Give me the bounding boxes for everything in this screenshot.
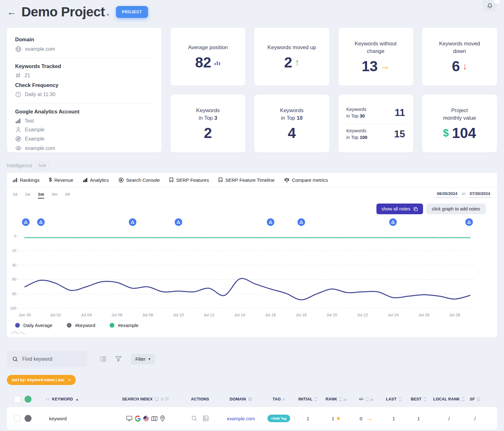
stat-card-average-position: Average position 82 (170, 28, 245, 86)
rank-line-chart[interactable]: 020406080100Jun 30Jul 02Jul 04Jul 06Jul … (7, 216, 476, 320)
column-best[interactable]: BEST (406, 397, 431, 401)
keyword-table-row[interactable]: keyword (7, 407, 497, 430)
project-dropdown-caret-icon[interactable]: ▾ (107, 12, 109, 18)
page-title: Demo Project (21, 4, 105, 20)
bar-chart-icon (343, 397, 347, 401)
sort-icon (398, 397, 402, 401)
bookmark-icon (477, 397, 480, 401)
screenshot-icon[interactable] (203, 415, 209, 422)
bell-notch (494, 0, 500, 4)
date-to-input[interactable]: 07/30/2024 (468, 191, 491, 198)
row-initial: 1 (295, 416, 321, 421)
stat-value: 4 (288, 126, 296, 140)
tab-compare-metrics[interactable]: Compare metrics (284, 177, 328, 183)
chart-overview-sparkline[interactable] (10, 330, 33, 335)
row-change: 0 (360, 416, 362, 421)
range-1w[interactable]: 1w (25, 192, 30, 198)
bookmark-icon (169, 177, 174, 182)
dollar-icon: $ (443, 128, 449, 138)
desktop-icon (126, 416, 133, 421)
tab-analytics[interactable]: Analytics (83, 177, 109, 183)
legend-daily-average[interactable]: Daily Average (15, 323, 52, 328)
collapse-columns-icon[interactable] (45, 397, 49, 401)
status-dot-all[interactable] (25, 396, 32, 403)
click-graph-add-notes-button[interactable]: click graph to add notes (426, 204, 486, 214)
column-search-index[interactable]: SEARCH INDEX (110, 397, 181, 401)
range-all[interactable]: All (65, 192, 70, 198)
up-arrow-icon: ↑ (295, 58, 300, 67)
keyword-name[interactable]: keyword (38, 416, 110, 421)
legend-example-tag[interactable]: #example (110, 323, 138, 328)
svg-text:Jul 10: Jul 10 (173, 313, 184, 317)
note-marker[interactable] (37, 218, 45, 226)
date-from-input[interactable]: 06/30/2024 (436, 191, 459, 198)
filter-button[interactable]: Filter▾ (131, 354, 155, 365)
row-status-dot[interactable] (25, 415, 32, 422)
row-checkbox[interactable] (14, 415, 21, 422)
row-sf: / (467, 416, 483, 421)
right-arrow-icon: → (366, 415, 373, 422)
filter-funnel-icon[interactable] (115, 355, 122, 363)
location-pin-icon (160, 415, 165, 422)
notes-buttons: show all notes click graph to add notes (13, 198, 491, 214)
tab-search-console[interactable]: Search Console (118, 177, 160, 183)
tab-rankings[interactable]: Rankings (13, 177, 40, 183)
project-badge-button[interactable]: PROJECT (116, 6, 148, 18)
legend-keyword-tag[interactable]: #keyword (67, 323, 95, 328)
show-all-notes-button[interactable]: show all notes (376, 204, 423, 214)
note-marker[interactable] (175, 218, 182, 226)
sort-pill[interactable]: sort by: keyword name | asc × (7, 375, 76, 385)
notifications-button[interactable] (483, 0, 497, 11)
view-serp-icon[interactable] (191, 415, 198, 422)
stat-value: 13 (362, 59, 378, 73)
stat-value: 104 (452, 126, 476, 140)
svg-text:Jul 22: Jul 22 (357, 313, 368, 317)
note-marker[interactable] (297, 218, 305, 226)
add-tag-button[interactable]: +Add Tag (267, 415, 290, 422)
star-icon[interactable]: ★ (336, 415, 341, 422)
tab-serp-feature-timeline[interactable]: SERP Feature Timeline (218, 177, 274, 183)
select-all-checkbox[interactable] (14, 396, 21, 403)
column-rank[interactable]: RANK (321, 397, 351, 401)
back-arrow-icon[interactable]: ← (7, 7, 16, 17)
search-input[interactable] (22, 356, 82, 362)
svg-text:Jul 26: Jul 26 (418, 313, 429, 317)
column-local-rank[interactable]: LOCAL RANK (431, 397, 467, 401)
hash-icon (15, 72, 21, 78)
column-initial[interactable]: INITIAL (295, 397, 321, 401)
globe-icon (15, 46, 22, 52)
column-change[interactable]: +/- (351, 397, 381, 401)
svg-text:Jul 14: Jul 14 (234, 313, 245, 317)
column-last[interactable]: LAST (381, 397, 406, 401)
note-marker[interactable] (22, 218, 30, 226)
svg-text:100: 100 (10, 306, 16, 311)
column-domain[interactable]: DOMAIN (219, 397, 263, 401)
globe-icon (248, 397, 252, 401)
range-3m[interactable]: 3m (52, 192, 58, 198)
note-marker[interactable] (465, 218, 473, 226)
range-1m[interactable]: 1m (38, 192, 44, 198)
stat-label: Keywords without change (351, 40, 401, 55)
note-marker[interactable] (389, 218, 397, 226)
legend-dot (15, 323, 20, 328)
date-range-to-label: to (462, 191, 465, 196)
stat-value: 2 (204, 126, 212, 140)
bar-chart-icon (370, 397, 374, 401)
row-local-rank: / (431, 416, 467, 421)
rank-chart-area[interactable]: 020406080100Jun 30Jul 02Jul 04Jul 06Jul … (7, 216, 497, 320)
column-tag[interactable]: TAG # (263, 397, 295, 402)
column-sf[interactable]: SF (467, 397, 483, 401)
keyword-search-box[interactable] (7, 351, 88, 367)
column-keyword[interactable]: KEYWORD ▲ (38, 397, 110, 401)
right-arrow-icon: → (380, 61, 390, 71)
tab-serp-features[interactable]: SERP Features (169, 177, 209, 183)
note-marker[interactable] (129, 218, 136, 226)
tab-revenue[interactable]: $ Revenue (49, 177, 73, 183)
list-view-icon[interactable] (100, 355, 107, 363)
svg-text:Jul 02: Jul 02 (50, 313, 61, 317)
row-domain-link[interactable]: example.com (227, 416, 255, 421)
row-best: 1 (406, 416, 431, 421)
remove-sort-icon[interactable]: × (68, 377, 71, 382)
range-1d[interactable]: 1d (13, 192, 17, 198)
note-marker[interactable] (267, 218, 274, 226)
